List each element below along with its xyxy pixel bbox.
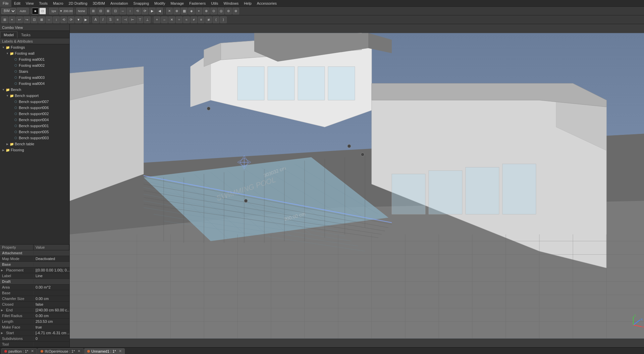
- tree-item-bench-support004[interactable]: ⬡ Bench support004: [0, 117, 69, 123]
- menu-help[interactable]: Help: [241, 0, 254, 7]
- tb-fill[interactable]: □: [39, 8, 46, 14]
- tree-item-footing-wall004[interactable]: ⬡ Footing wall004: [0, 81, 69, 87]
- tb-200[interactable]: ▼ 200.00: [59, 8, 73, 14]
- tab-model[interactable]: Model: [0, 32, 17, 38]
- tb-b8[interactable]: ⟳: [142, 8, 148, 14]
- tree-item-footing-wall[interactable]: ▼ 📁 Footing wall: [0, 50, 69, 56]
- tb2-b12[interactable]: ▶: [83, 16, 89, 23]
- tb2-b28[interactable]: ≢: [205, 16, 212, 23]
- tb2-b23[interactable]: ✕: [168, 16, 175, 23]
- menu-macro[interactable]: Macro: [50, 0, 66, 7]
- tb-b10[interactable]: ◀: [156, 8, 163, 14]
- model-tree[interactable]: ▼ 📁 Footings ▼ 📁 Footing wall ⬡ Footing …: [0, 44, 69, 244]
- tb2-b9[interactable]: ⟲: [60, 16, 67, 23]
- tb-b6[interactable]: ↕: [127, 8, 133, 14]
- tb2-b7[interactable]: ↔: [46, 16, 52, 23]
- tb2-b18[interactable]: ⊢: [129, 16, 136, 23]
- tb-b9[interactable]: ▶: [149, 8, 156, 14]
- tree-item-stairs[interactable]: ⬡ Stairs: [0, 68, 69, 74]
- tb2-b27[interactable]: ≡: [198, 16, 205, 23]
- menu-file[interactable]: File: [0, 0, 11, 7]
- tree-item-bench-support003[interactable]: ⬡ Bench support003: [0, 135, 69, 141]
- tb2-b15[interactable]: S: [107, 16, 114, 23]
- tb2-b19[interactable]: ⊤: [137, 16, 143, 23]
- menu-tools[interactable]: Tools: [36, 0, 50, 7]
- tb2-b8[interactable]: ↕: [53, 16, 60, 23]
- tree-item-bench[interactable]: ▼ 📁 Bench: [0, 87, 69, 93]
- menu-modify[interactable]: Modify: [152, 0, 168, 7]
- tb2-b29[interactable]: ⟨: [213, 16, 219, 23]
- tree-item-bench-table[interactable]: ▶ 📁 Bench table: [0, 141, 69, 147]
- menu-fasteners[interactable]: Fasteners: [186, 0, 208, 7]
- tb-b12[interactable]: ⊗: [173, 8, 180, 14]
- tab-close-pavillion[interactable]: ✕: [31, 349, 34, 353]
- tab-pavillion[interactable]: pavillion : 1* ✕: [1, 348, 37, 354]
- menu-annotation[interactable]: Annotation: [108, 0, 131, 7]
- tree-item-bench-support002[interactable]: ⬡ Bench support002: [0, 111, 69, 117]
- tree-item-bench-support[interactable]: ▼ 📁 Bench support: [0, 93, 69, 99]
- 3d-viewport[interactable]: SWIMMING POOL 303032 cm 900.00 cm: [70, 24, 644, 347]
- tree-item-bench-support005[interactable]: ⬡ Bench support005: [0, 129, 69, 135]
- menu-utils[interactable]: Utils: [208, 0, 221, 7]
- tb-b2[interactable]: ⊟: [97, 8, 104, 14]
- tb2-b25[interactable]: ≈: [183, 16, 190, 23]
- tb2-b21[interactable]: +: [154, 16, 160, 23]
- tb2-b30[interactable]: ⟩: [220, 16, 227, 23]
- tb2-b22[interactable]: –: [161, 16, 168, 23]
- menu-snapping[interactable]: Snapping: [131, 0, 152, 7]
- tb-b3[interactable]: ⊠: [105, 8, 111, 14]
- tb2-b16[interactable]: ≡: [114, 16, 121, 23]
- tb2-b13[interactable]: A: [92, 16, 99, 23]
- tree-item-bench-support007[interactable]: ⬡ Bench support007: [0, 99, 69, 105]
- tb2-b24[interactable]: ÷: [176, 16, 182, 23]
- tb2-b4[interactable]: ↪: [23, 16, 30, 23]
- menu-view[interactable]: View: [23, 0, 37, 7]
- tb2-b14[interactable]: I: [100, 16, 106, 23]
- menu-edit[interactable]: Edit: [11, 0, 23, 7]
- tb-lineweight[interactable]: 1px: [49, 8, 58, 14]
- tb-b1[interactable]: ⊞: [90, 8, 97, 14]
- tb2-b20[interactable]: ⊥: [144, 16, 151, 23]
- menu-manage[interactable]: Manage: [168, 0, 186, 7]
- tb-b11[interactable]: ✕: [166, 8, 173, 14]
- tree-item-footing-wall002[interactable]: ⬡ Footing wall002: [0, 62, 69, 68]
- tb-b4[interactable]: ⊡: [112, 8, 119, 14]
- tab-unnamed[interactable]: Unnamed1 : 1* ✕: [84, 348, 124, 354]
- tb2-b5[interactable]: ⊡: [31, 16, 38, 23]
- tab-ifcopenhouse[interactable]: IfcOpenHouse : 1* ✕: [38, 348, 84, 354]
- tb-b17[interactable]: ⊙: [210, 8, 217, 14]
- tb2-b3[interactable]: ↩: [16, 16, 23, 23]
- tb2-b2[interactable]: ⌖: [9, 16, 15, 23]
- menu-windows[interactable]: Windows: [221, 0, 241, 7]
- tb-b13[interactable]: ▦: [181, 8, 187, 14]
- tb-color[interactable]: ■: [32, 8, 39, 14]
- tb2-b10[interactable]: ⟳: [68, 16, 74, 23]
- tb-b15[interactable]: ⌖: [196, 8, 202, 14]
- tree-item-footings[interactable]: ▼ 📁 Footings: [0, 44, 69, 50]
- tb-b16[interactable]: ⊕: [203, 8, 210, 14]
- tb-b5[interactable]: ↔: [119, 8, 126, 14]
- tb-b7[interactable]: ⟲: [134, 8, 141, 14]
- menu-accessories[interactable]: Accessories: [254, 0, 279, 7]
- tb-none[interactable]: None: [76, 8, 87, 14]
- tb2-b6[interactable]: ⊠: [38, 16, 45, 23]
- tab-close-unnamed[interactable]: ✕: [119, 349, 122, 353]
- tb-b14[interactable]: ◈: [188, 8, 195, 14]
- tab-tasks[interactable]: Tasks: [17, 32, 34, 38]
- tree-item-bench-support006[interactable]: ⬡ Bench support006: [0, 105, 69, 111]
- tree-item-flooring[interactable]: ▶ 📁 Flooring: [0, 147, 69, 153]
- tb2-b17[interactable]: ⊣: [122, 16, 128, 23]
- tab-close-ifcopenhouse[interactable]: ✕: [77, 349, 80, 353]
- menu-2d-drafting[interactable]: 2D Drafting: [66, 0, 90, 7]
- tb-auto[interactable]: Auto: [17, 8, 29, 14]
- tb2-b26[interactable]: ≠: [191, 16, 197, 23]
- tb-b19[interactable]: ⊚: [225, 8, 232, 14]
- tree-item-footing-wall003[interactable]: ⬡ Footing wall003: [0, 74, 69, 81]
- tb2-b11[interactable]: ▼: [75, 16, 82, 23]
- menu-3d-bim[interactable]: 3D/BIM: [90, 0, 108, 7]
- tb-b20[interactable]: ⊛: [232, 8, 239, 14]
- tb-b18[interactable]: ◎: [218, 8, 224, 14]
- tree-item-bench-support001[interactable]: ⬡ Bench support001: [0, 123, 69, 129]
- tb2-b1[interactable]: ⊞: [1, 16, 8, 23]
- workbench-select[interactable]: BIM: [1, 8, 16, 14]
